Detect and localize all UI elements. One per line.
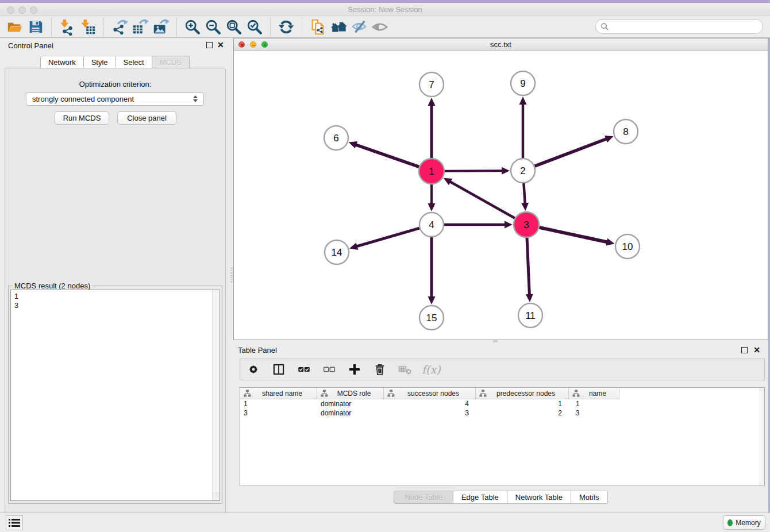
delete-table-icon[interactable] xyxy=(396,360,414,379)
node-label-3: 3 xyxy=(523,219,529,230)
table-toolbar: f(x) xyxy=(240,358,765,380)
main-titlebar: Session: New Session xyxy=(0,3,770,16)
toolbar-separator xyxy=(270,18,271,36)
network-view-window: ✕ − + scc.txt 1234678910111415 xyxy=(233,38,768,340)
zoom-selected-icon[interactable] xyxy=(244,17,265,37)
tab-motifs[interactable]: Motifs xyxy=(571,491,608,504)
network-window-title: scc.txt xyxy=(234,40,768,49)
show-all-icon[interactable] xyxy=(369,17,390,37)
deselect-all-icon[interactable] xyxy=(321,360,338,379)
column-header-MCDS-role[interactable]: MCDS role xyxy=(317,388,384,399)
table-cell[interactable]: dominator xyxy=(317,408,384,418)
table-cell[interactable]: dominator xyxy=(317,399,384,408)
mcds-panel-body: Optimization criterion: strongly connect… xyxy=(5,68,226,532)
table-scrollbar[interactable] xyxy=(760,388,764,485)
hide-selected-icon[interactable] xyxy=(349,17,369,37)
first-neighbors-icon[interactable] xyxy=(328,17,349,37)
gear-icon[interactable] xyxy=(245,360,262,379)
close-table-panel-icon[interactable]: ✕ xyxy=(753,345,760,354)
delete-column-icon[interactable] xyxy=(371,360,388,379)
edge-1-6[interactable] xyxy=(356,145,419,167)
select-all-icon[interactable] xyxy=(295,360,313,379)
import-table-icon[interactable] xyxy=(78,17,98,37)
memory-button[interactable]: Memory xyxy=(723,515,765,530)
column-header-name[interactable]: name xyxy=(569,388,619,399)
criterion-dropdown[interactable]: strongly connected component xyxy=(26,92,204,106)
export-image-icon[interactable] xyxy=(151,17,171,37)
table-row[interactable]: 3dominator323 xyxy=(240,408,764,418)
mcds-result-title: MCDS result (2 nodes) xyxy=(12,282,93,290)
export-table-icon[interactable] xyxy=(130,17,151,37)
close-panel-button[interactable]: Close panel xyxy=(117,111,176,125)
zoom-in-icon[interactable] xyxy=(182,17,203,37)
node-label-2: 2 xyxy=(520,165,525,176)
network-canvas[interactable]: 1234678910111415 xyxy=(234,51,768,340)
node-label-8: 8 xyxy=(623,126,628,137)
close-panel-icon[interactable]: ✕ xyxy=(217,40,224,49)
edge-4-14[interactable] xyxy=(357,228,419,246)
criterion-value: strongly connected component xyxy=(32,95,134,103)
status-bar: Memory xyxy=(0,512,770,532)
task-history-button[interactable] xyxy=(6,515,23,530)
run-mcds-button[interactable]: Run MCDS xyxy=(55,111,109,125)
tab-mcds[interactable]: MCDS xyxy=(152,56,190,68)
add-column-icon[interactable] xyxy=(346,360,363,379)
network-window-titlebar: ✕ − + scc.txt xyxy=(234,38,768,51)
tab-select[interactable]: Select xyxy=(116,56,152,68)
mcds-result-textarea[interactable]: 1 3 xyxy=(10,290,220,501)
table-panel: Table Panel ✕ f(x) shared nameMCDS roles… xyxy=(233,342,768,512)
edge-3-1[interactable] xyxy=(450,182,515,218)
float-panel-icon[interactable] xyxy=(206,42,213,48)
open-file-icon[interactable] xyxy=(5,17,25,37)
table-cell[interactable]: 4 xyxy=(384,399,476,408)
column-layout-icon[interactable] xyxy=(270,360,287,379)
column-header-shared-name[interactable]: shared name xyxy=(240,388,317,399)
table-cell[interactable]: 1 xyxy=(569,399,619,408)
zoom-fit-icon[interactable] xyxy=(224,17,244,37)
edge-2-3[interactable] xyxy=(523,183,525,203)
table-cell[interactable]: 3 xyxy=(240,408,317,418)
node-label-11: 11 xyxy=(525,310,536,321)
function-builder-icon[interactable]: f(x) xyxy=(422,363,441,376)
table-cell[interactable]: 1 xyxy=(476,399,569,408)
main-toolbar xyxy=(0,16,770,38)
edge-1-2[interactable] xyxy=(445,171,502,171)
result-scroll-corner xyxy=(212,493,220,500)
table-header-row: shared nameMCDS rolesuccessor nodesprede… xyxy=(240,388,764,399)
export-network-icon[interactable] xyxy=(109,17,130,37)
table-cell[interactable]: 3 xyxy=(384,408,476,418)
column-header-successor-nodes[interactable]: successor nodes xyxy=(384,388,476,399)
tab-node-table[interactable]: Node Table xyxy=(394,491,453,504)
float-table-panel-icon[interactable] xyxy=(741,347,748,353)
control-panel-header: Control Panel ✕ xyxy=(0,38,230,53)
duplicate-network-icon[interactable] xyxy=(307,17,328,37)
table-cell[interactable]: 1 xyxy=(240,399,317,408)
optimization-criterion-label: Optimization criterion: xyxy=(5,80,225,88)
control-panel-tabs: Network Style Select MCDS xyxy=(0,56,230,68)
zoom-out-icon[interactable] xyxy=(203,17,224,37)
save-session-icon[interactable] xyxy=(25,17,46,37)
tab-style[interactable]: Style xyxy=(84,56,116,68)
node-label-9: 9 xyxy=(520,78,525,89)
result-scrollbar[interactable] xyxy=(212,290,220,493)
tab-edge-table[interactable]: Edge Table xyxy=(453,491,507,504)
toolbar-separator xyxy=(51,18,52,36)
list-icon xyxy=(9,518,20,527)
table-tabs: Node Table Edge Table Network Table Moti… xyxy=(233,491,768,504)
memory-status-icon xyxy=(727,519,733,526)
table-cell[interactable]: 2 xyxy=(476,408,569,418)
tab-network[interactable]: Network xyxy=(40,56,84,68)
table-cell[interactable]: 3 xyxy=(569,408,619,418)
import-network-icon[interactable] xyxy=(57,17,78,37)
refresh-icon[interactable] xyxy=(276,17,297,37)
edge-3-11[interactable] xyxy=(527,238,529,295)
search-box[interactable] xyxy=(595,19,763,34)
table-row[interactable]: 1dominator411 xyxy=(240,399,764,408)
search-icon xyxy=(600,22,609,31)
edge-3-10[interactable] xyxy=(539,228,607,242)
column-header-predecessor-nodes[interactable]: predecessor nodes xyxy=(476,388,569,399)
control-panel: Control Panel ✕ Network Style Select MCD… xyxy=(0,38,230,512)
edge-2-8[interactable] xyxy=(535,139,607,166)
search-input[interactable] xyxy=(609,22,753,31)
tab-network-table[interactable]: Network Table xyxy=(507,491,571,504)
